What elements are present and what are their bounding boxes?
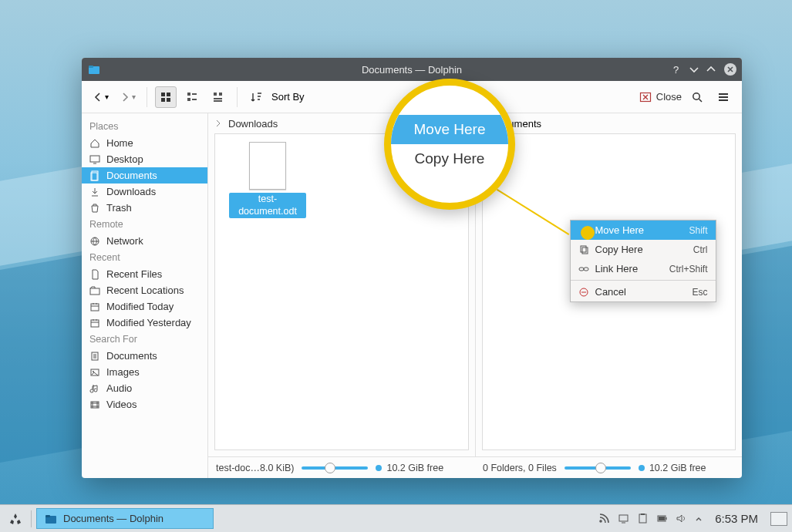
svg-rect-1 bbox=[89, 66, 93, 68]
tray-expand-icon[interactable] bbox=[695, 515, 703, 523]
taskbar: Documents — Dolphin 6:53 PM bbox=[0, 504, 792, 532]
file-area-right[interactable]: Move Here Shift Copy Here Ctrl Link Here… bbox=[482, 133, 736, 450]
close-icon[interactable] bbox=[723, 62, 737, 76]
forward-button[interactable]: ▾ bbox=[116, 89, 139, 106]
sidebar-item-network[interactable]: Network bbox=[82, 233, 207, 249]
sidebar-header-recent: Recent bbox=[82, 249, 207, 266]
maximize-icon[interactable] bbox=[706, 65, 716, 74]
cancel-icon bbox=[578, 287, 589, 298]
file-thumb-icon bbox=[249, 142, 286, 190]
icons-view-button[interactable] bbox=[155, 86, 177, 108]
window-title: Documents — Dolphin bbox=[362, 64, 462, 76]
battery-tray-icon[interactable] bbox=[656, 513, 668, 524]
back-button[interactable]: ▾ bbox=[89, 89, 112, 106]
annotation-callout: Move Here Copy Here bbox=[384, 79, 515, 210]
svg-text:?: ? bbox=[673, 64, 679, 75]
places-sidebar: Places Home Desktop Documents Downloads … bbox=[82, 113, 208, 478]
svg-rect-39 bbox=[641, 513, 645, 515]
svg-rect-32 bbox=[579, 268, 584, 271]
callout-move-here: Move Here bbox=[391, 115, 508, 144]
copy-icon bbox=[578, 244, 589, 255]
sidebar-item-downloads[interactable]: Downloads bbox=[82, 184, 207, 200]
svg-rect-4 bbox=[161, 93, 165, 96]
menu-item-label: Link Here bbox=[595, 263, 639, 274]
sidebar-item-label: Documents bbox=[106, 170, 157, 181]
taskbar-entry-dolphin[interactable]: Documents — Dolphin bbox=[36, 508, 214, 529]
window-titlebar[interactable]: Documents — Dolphin ? bbox=[82, 58, 742, 81]
zoom-slider-left[interactable] bbox=[302, 466, 368, 470]
sidebar-item-label: Modified Today bbox=[106, 301, 174, 312]
sidebar-item-search-images[interactable]: Images bbox=[82, 364, 207, 380]
sidebar-item-label: Desktop bbox=[106, 153, 143, 165]
sort-by-button[interactable]: Sort By bbox=[271, 91, 305, 103]
compact-view-button[interactable] bbox=[181, 86, 203, 108]
svg-rect-13 bbox=[219, 93, 222, 96]
sidebar-item-recent-files[interactable]: Recent Files bbox=[82, 266, 207, 282]
app-launcher-button[interactable] bbox=[5, 508, 26, 530]
folder-app-icon bbox=[88, 63, 100, 76]
free-space-left: 10.2 GiB free bbox=[376, 463, 443, 473]
svg-rect-33 bbox=[584, 268, 588, 271]
sidebar-item-modified-today[interactable]: Modified Today bbox=[82, 298, 207, 315]
system-tray: 6:53 PM bbox=[598, 512, 787, 526]
close-pane-button[interactable]: Close bbox=[639, 91, 682, 103]
menu-item-copy-here[interactable]: Copy Here Ctrl bbox=[571, 240, 716, 259]
svg-rect-15 bbox=[214, 100, 222, 102]
sidebar-item-modified-yesterday[interactable]: Modified Yesterday bbox=[82, 315, 207, 331]
documents-icon bbox=[89, 351, 100, 362]
network-icon bbox=[89, 236, 100, 247]
downloads-icon bbox=[89, 187, 100, 197]
sidebar-item-label: Recent Files bbox=[106, 268, 162, 280]
details-view-button[interactable] bbox=[207, 86, 229, 108]
images-icon bbox=[89, 367, 100, 378]
menu-item-shortcut: Ctrl+Shift bbox=[669, 264, 708, 274]
hamburger-menu-button[interactable] bbox=[713, 86, 734, 108]
annotation-leader bbox=[497, 189, 573, 235]
sidebar-item-label: Recent Locations bbox=[106, 285, 184, 296]
file-icon bbox=[89, 269, 100, 280]
sidebar-item-documents[interactable]: Documents bbox=[82, 167, 207, 184]
sort-icon[interactable] bbox=[245, 86, 267, 108]
sidebar-item-search-videos[interactable]: Videos bbox=[82, 396, 207, 412]
help-icon[interactable]: ? bbox=[671, 64, 682, 75]
clock[interactable]: 6:53 PM bbox=[715, 512, 758, 525]
sidebar-item-search-audio[interactable]: Audio bbox=[82, 380, 207, 396]
menu-item-cancel[interactable]: Cancel Esc bbox=[571, 282, 716, 301]
show-desktop-button[interactable] bbox=[770, 512, 787, 526]
menu-separator bbox=[571, 280, 716, 281]
menu-item-link-here[interactable]: Link Here Ctrl+Shift bbox=[571, 259, 716, 278]
volume-tray-icon[interactable] bbox=[676, 513, 687, 524]
file-name-label: test-document.odt bbox=[229, 193, 306, 218]
minimize-icon[interactable] bbox=[689, 65, 699, 74]
rss-icon[interactable] bbox=[598, 513, 610, 524]
chevron-down-icon[interactable]: ▾ bbox=[105, 93, 109, 101]
svg-rect-30 bbox=[581, 246, 586, 252]
trash-icon bbox=[89, 203, 100, 214]
sidebar-item-search-documents[interactable]: Documents bbox=[82, 348, 207, 364]
sidebar-item-trash[interactable]: Trash bbox=[82, 200, 207, 216]
sidebar-item-desktop[interactable]: Desktop bbox=[82, 151, 207, 167]
zoom-slider-right[interactable] bbox=[565, 466, 631, 470]
svg-rect-7 bbox=[167, 98, 170, 102]
sidebar-item-label: Videos bbox=[106, 399, 137, 410]
free-space-right: 10.2 GiB free bbox=[639, 463, 706, 473]
sidebar-item-label: Downloads bbox=[106, 186, 156, 197]
search-button[interactable] bbox=[686, 86, 708, 108]
clipboard-tray-icon[interactable] bbox=[637, 513, 649, 524]
folder-app-icon bbox=[45, 513, 57, 525]
home-icon bbox=[89, 138, 100, 149]
sidebar-item-home[interactable]: Home bbox=[82, 135, 207, 151]
documents-icon bbox=[89, 170, 100, 181]
network-tray-icon[interactable] bbox=[618, 513, 629, 524]
status-text-right: 0 Folders, 0 Files bbox=[483, 463, 557, 473]
status-text-left: test-doc…8.0 KiB) bbox=[216, 463, 294, 473]
calendar-icon bbox=[89, 318, 100, 328]
sidebar-item-recent-locations[interactable]: Recent Locations bbox=[82, 282, 207, 298]
file-item[interactable]: test-document.odt bbox=[229, 142, 306, 218]
breadcrumb-right[interactable]: Documents bbox=[476, 113, 743, 133]
sidebar-item-label: Images bbox=[106, 366, 140, 378]
sidebar-item-label: Documents bbox=[106, 350, 157, 362]
svg-rect-24 bbox=[91, 320, 99, 327]
hamburger-icon bbox=[717, 91, 730, 103]
chevron-right-icon bbox=[214, 120, 222, 127]
